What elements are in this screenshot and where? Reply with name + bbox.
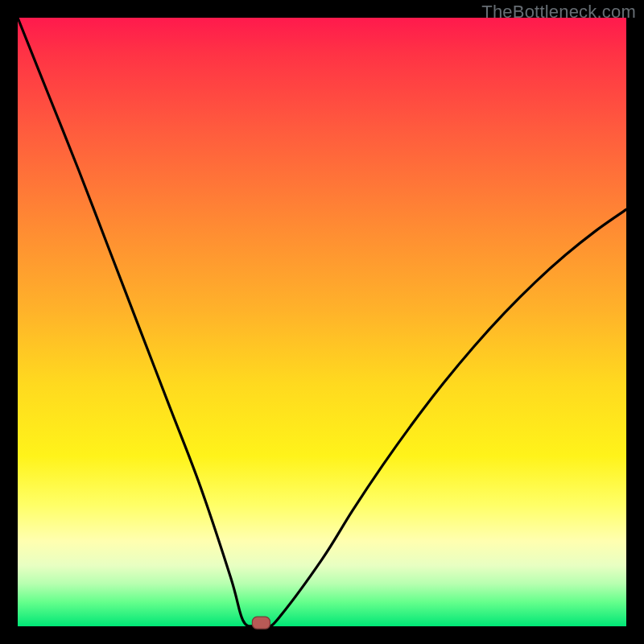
curve-svg bbox=[18, 18, 626, 626]
bottleneck-curve bbox=[18, 18, 626, 627]
plot-area bbox=[18, 18, 626, 626]
watermark-text: TheBottleneck.com bbox=[481, 2, 636, 23]
optimal-point-marker bbox=[252, 617, 270, 629]
chart-frame: TheBottleneck.com bbox=[0, 0, 644, 644]
